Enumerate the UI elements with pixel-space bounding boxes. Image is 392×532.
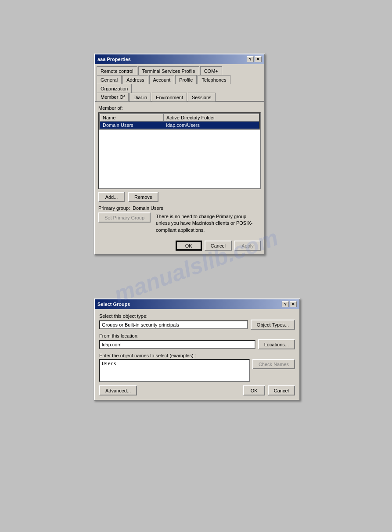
member-of-table: Name Active Directoty Folder Domain User…	[99, 113, 260, 129]
tab-environment[interactable]: Environment	[152, 93, 187, 101]
examples-link[interactable]: (examples)	[169, 353, 193, 358]
tab-account[interactable]: Account	[149, 75, 175, 84]
object-type-field[interactable]	[99, 320, 248, 329]
object-type-label: Select this object type:	[99, 313, 295, 319]
advanced-button[interactable]: Advanced...	[99, 385, 137, 395]
select-groups-dialog: Select Groups ? ✕ Select this object typ…	[94, 298, 300, 401]
dialog2-title-buttons: ? ✕	[282, 301, 297, 307]
tab-profile[interactable]: Profile	[175, 75, 197, 84]
dialog2-title: Select Groups	[97, 302, 130, 307]
dialog2-content: Select this object type: Object Types...…	[95, 309, 299, 400]
apply-button[interactable]: Apply	[234, 241, 261, 251]
row-folder: ldap.com/Users	[164, 122, 260, 129]
tab-com[interactable]: COM+	[200, 66, 222, 75]
object-type-inline: Object Types...	[99, 320, 295, 330]
check-names-button[interactable]: Check Names	[252, 359, 295, 369]
primary-group-value: Domain Users	[133, 205, 163, 211]
names-textarea[interactable]	[99, 359, 250, 382]
tab-sessions[interactable]: Sessions	[188, 93, 216, 101]
col-folder: Active Directoty Folder	[164, 114, 260, 122]
aaa-properties-dialog: aaa Properties ? ✕ Remote control Termin…	[94, 54, 265, 255]
dialog2-ok-button[interactable]: OK	[243, 385, 265, 395]
dialog1-tabs-row1: Remote control Terminal Services Profile…	[95, 64, 264, 75]
primary-group-row: Primary group: Domain Users	[98, 205, 261, 211]
dialog2-help-button[interactable]: ?	[282, 301, 289, 307]
table-row[interactable]: Domain Users ldap.com/Users	[100, 122, 259, 129]
dialog1-tabs-row3: Member Of Dial-in Environment Sessions	[95, 92, 264, 102]
object-type-row: Select this object type: Object Types...	[99, 313, 295, 330]
dialog2-cancel-button[interactable]: Cancel	[268, 385, 295, 395]
location-field[interactable]	[99, 340, 255, 349]
set-primary-group-button[interactable]: Set Primary Group	[98, 212, 151, 223]
tab-address[interactable]: Address	[122, 75, 148, 84]
col-name: Name	[100, 114, 164, 122]
remove-button[interactable]: Remove	[128, 192, 158, 202]
primary-group-info: There is no need to change Primary group…	[154, 212, 261, 234]
dialog1-button-row: OK Cancel Apply	[98, 238, 261, 251]
dialog1-content: Member of: Name Active Directoty Folder …	[95, 102, 264, 254]
dialog1-close-button[interactable]: ✕	[255, 56, 262, 62]
row-name: Domain Users	[100, 122, 164, 129]
tab-member-of[interactable]: Member Of	[97, 93, 129, 101]
tab-telephones[interactable]: Telephones	[198, 75, 230, 84]
location-inline: Locations...	[99, 339, 295, 349]
dialog2-ok-cancel: OK Cancel	[243, 385, 295, 395]
dialog1-title: aaa Properties	[97, 57, 131, 62]
dialog1-help-button[interactable]: ?	[247, 56, 254, 62]
dialog2-button-row: Advanced... OK Cancel	[99, 385, 295, 395]
primary-group-label: Primary group:	[98, 205, 130, 211]
dialog2-title-bar: Select Groups ? ✕	[95, 299, 299, 309]
dialog1-title-buttons: ? ✕	[247, 56, 262, 62]
dialog2-close-button[interactable]: ✕	[290, 301, 297, 307]
tab-remote-control[interactable]: Remote control	[97, 66, 137, 75]
dialog1-title-bar: aaa Properties ? ✕	[95, 54, 264, 64]
location-label: From this location:	[99, 333, 295, 338]
tab-dial-in[interactable]: Dial-in	[129, 93, 151, 101]
set-primary-group-area: Set Primary Group There is no need to ch…	[98, 212, 261, 234]
location-row: From this location: Locations...	[99, 333, 295, 349]
add-button[interactable]: Add...	[98, 192, 125, 202]
locations-button[interactable]: Locations...	[258, 339, 295, 349]
object-types-button[interactable]: Object Types...	[251, 320, 295, 330]
names-inline: Check Names	[99, 359, 295, 382]
tab-organization[interactable]: Organization	[97, 84, 132, 93]
cancel-button[interactable]: Cancel	[205, 241, 232, 251]
add-remove-row: Add... Remove	[98, 192, 261, 202]
tab-general[interactable]: General	[97, 75, 122, 84]
member-of-list[interactable]: Name Active Directoty Folder Domain User…	[98, 112, 261, 189]
names-row: Enter the object names to select (exampl…	[99, 353, 295, 382]
member-of-label: Member of:	[98, 105, 261, 111]
names-label: Enter the object names to select (exampl…	[99, 353, 295, 358]
ok-button[interactable]: OK	[176, 241, 202, 251]
dialog1-tabs-row2: General Address Account Profile Telephon…	[95, 75, 264, 92]
tab-terminal-services[interactable]: Terminal Services Profile	[138, 66, 199, 75]
